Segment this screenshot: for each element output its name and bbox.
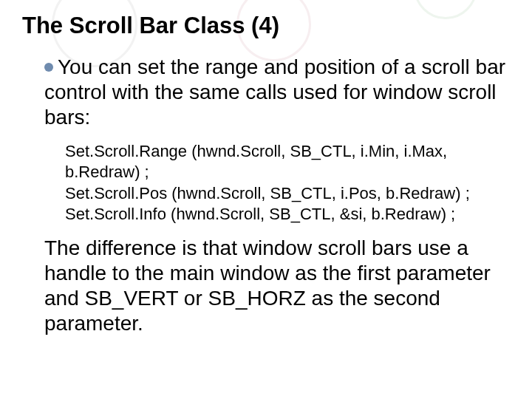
- code-line: Set.Scroll.Range (hwnd.Scroll, SB_CTL, i…: [65, 141, 510, 183]
- trailing-paragraph: The difference is that window scroll bar…: [44, 236, 510, 337]
- code-line: Set.Scroll.Pos (hwnd.Scroll, SB_CTL, i.P…: [65, 183, 510, 205]
- code-block: Set.Scroll.Range (hwnd.Scroll, SB_CTL, i…: [65, 141, 510, 225]
- slide-body: You can set the range and position of a …: [22, 55, 510, 336]
- slide-title: The Scroll Bar Class (4): [22, 13, 510, 38]
- lead-prefix: You: [58, 55, 92, 78]
- lead-rest: can set the range and position of a scro…: [44, 55, 505, 129]
- bullet-icon: [44, 63, 53, 72]
- lead-paragraph: You can set the range and position of a …: [44, 55, 510, 130]
- slide-content: The Scroll Bar Class (4) You can set the…: [0, 0, 532, 337]
- code-line: Set.Scroll.Info (hwnd.Scroll, SB_CTL, &s…: [65, 204, 510, 225]
